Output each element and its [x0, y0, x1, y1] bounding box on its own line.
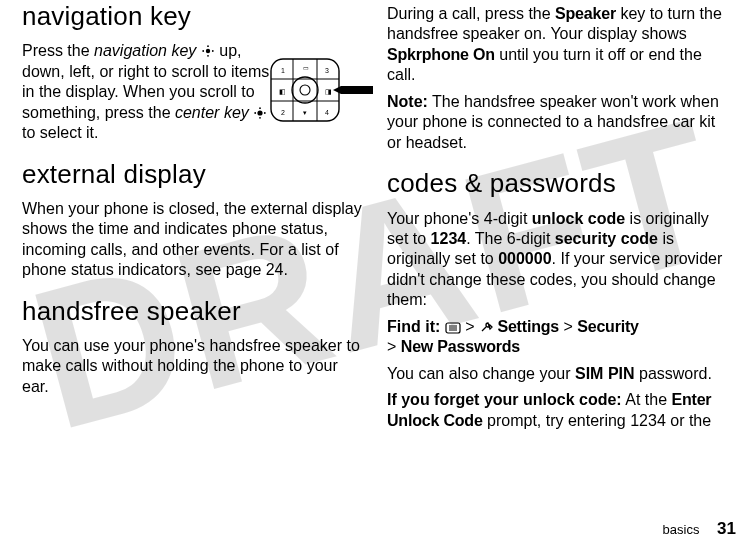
text-bold: Settings [497, 318, 559, 335]
speaker-paragraph: During a call, press the Speaker key to … [387, 4, 732, 86]
svg-point-6 [259, 107, 261, 109]
text-italic: navigation key [94, 42, 196, 59]
page-content: navigation key Press the navigation key … [0, 0, 754, 547]
menu-key-icon [445, 319, 461, 333]
text: During a call, press the [387, 5, 555, 22]
svg-point-2 [207, 55, 209, 57]
text: prompt, try entering 1234 or the [483, 412, 712, 429]
svg-point-4 [212, 50, 214, 52]
external-display-paragraph: When your phone is closed, the external … [22, 199, 367, 281]
text-bold: security code [555, 230, 658, 247]
handsfree-paragraph: You can use your phone's handsfree speak… [22, 336, 367, 397]
svg-text:3: 3 [325, 67, 329, 74]
text-bold: Security [577, 318, 639, 335]
heading-navigation-key: navigation key [22, 0, 367, 33]
text: Press the [22, 42, 94, 59]
text: The handsfree speaker won't work when yo… [387, 93, 719, 151]
text: to select it. [22, 124, 98, 141]
note-paragraph: Note: The handsfree speaker won't work w… [387, 92, 732, 153]
heading-handsfree-speaker: handsfree speaker [22, 295, 367, 328]
svg-point-7 [259, 117, 261, 119]
text-bold: unlock code [532, 210, 625, 227]
svg-point-9 [264, 112, 266, 114]
text: password. [635, 365, 712, 382]
svg-point-0 [206, 49, 210, 53]
text: . The 6-digit [466, 230, 555, 247]
svg-point-5 [258, 110, 263, 115]
svg-text:4: 4 [325, 109, 329, 116]
nav-key-paragraph: Press the navigation key up, down, left,… [22, 41, 282, 143]
heading-codes-passwords: codes & passwords [387, 167, 732, 200]
navpad-diagram: 1 ▭ 3 ◧ ◨ 2 ▾ 4 [267, 53, 373, 138]
codes-paragraph: Your phone's 4-digit unlock code is orig… [387, 209, 732, 311]
text: > [559, 318, 577, 335]
svg-point-8 [255, 112, 257, 114]
right-column: During a call, press the Speaker key to … [377, 0, 742, 547]
text-bold: 1234 [431, 230, 467, 247]
svg-marker-25 [333, 86, 373, 94]
find-it-line: Find it: > Settings > Security > New Pas… [387, 317, 732, 358]
text-bold: Note: [387, 93, 428, 110]
text-italic: center key [175, 104, 249, 121]
forget-paragraph: If you forget your unlock code: At the E… [387, 390, 732, 431]
svg-text:◨: ◨ [325, 88, 332, 95]
text-bold: SIM PIN [575, 365, 635, 382]
text: > [387, 338, 401, 355]
text: At the [622, 391, 672, 408]
left-column: navigation key Press the navigation key … [12, 0, 377, 547]
text-bold: Speaker [555, 5, 616, 22]
svg-point-16 [300, 85, 310, 95]
svg-text:1: 1 [281, 67, 285, 74]
svg-text:▾: ▾ [303, 109, 307, 116]
svg-point-15 [292, 77, 318, 103]
sim-pin-paragraph: You can also change your SIM PIN passwor… [387, 364, 732, 384]
tools-icon [479, 319, 493, 333]
heading-external-display: external display [22, 158, 367, 191]
center-key-icon [253, 105, 267, 119]
nav-key-block: Press the navigation key up, down, left,… [22, 41, 367, 143]
text-bold: New Passwords [401, 338, 520, 355]
svg-text:2: 2 [281, 109, 285, 116]
text-bold: Spkrphone On [387, 46, 495, 63]
svg-text:▭: ▭ [303, 65, 309, 71]
text-bold: 000000 [498, 250, 551, 267]
text: > [461, 318, 479, 335]
text: Your phone's 4-digit [387, 210, 532, 227]
svg-point-3 [202, 50, 204, 52]
svg-text:◧: ◧ [279, 88, 286, 95]
nav-dot-icon [201, 43, 215, 57]
text-bold: If you forget your unlock code: [387, 391, 622, 408]
svg-point-1 [207, 46, 209, 48]
text-bold: Find it: [387, 318, 440, 335]
text: You can also change your [387, 365, 575, 382]
